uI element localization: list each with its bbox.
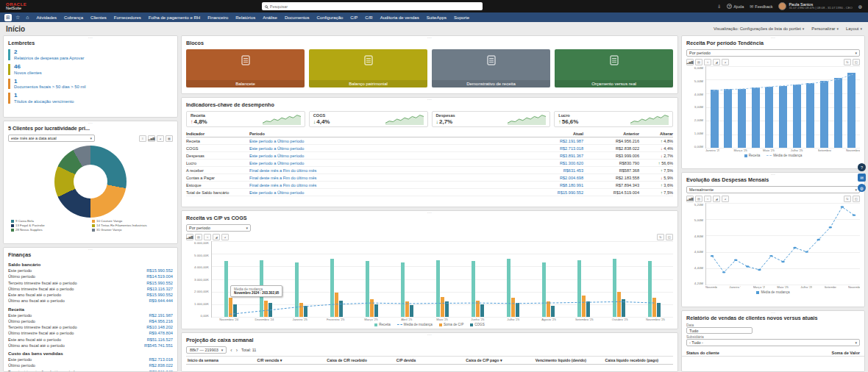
financas-row-value[interactable]: R$10.148.202 [146, 324, 173, 330]
legend-10-couture-vango[interactable]: 10 Couture Vango [92, 219, 170, 223]
kpi-tile-lucro[interactable]: Lucro↑56,6% [554, 111, 673, 127]
refresh-icon[interactable]: ↻ [657, 234, 664, 240]
favorites-star-icon[interactable]: ☆ [13, 15, 22, 21]
financas-row-value[interactable]: R$2.713.018 [149, 357, 173, 362]
legend-soma-de-c-p[interactable]: Soma de C/P [439, 323, 463, 326]
reminder-label[interactable]: Relatórios de despesas para Aprovar [14, 56, 169, 60]
shortcut-tile-or-amento-versus-real[interactable]: Orçamento versus real [555, 49, 673, 87]
nav-item-configura-o[interactable]: Configuração [313, 15, 347, 20]
subsidiaria-select[interactable]: - Tudo - ▾ [686, 339, 860, 346]
next-page-icon[interactable]: › [236, 348, 238, 353]
kpi-period-link[interactable]: Final deste mês a Fim do último mês [249, 168, 527, 173]
bar-chart-icon[interactable]: ▂▅▇ [686, 59, 694, 65]
kpi-atual-value[interactable]: R$1.300.620 [527, 161, 583, 165]
expand-icon[interactable]: ◱ [853, 196, 860, 202]
kpi-col-alterar[interactable]: Alterar [639, 132, 673, 136]
nav-item-cobran-a[interactable]: Cobrança [60, 15, 87, 20]
assistant-float-button[interactable]: ◍ [858, 184, 866, 192]
user-menu[interactable]: Paula Santos 31.07.1990 08:47h | 08:08 -… [778, 2, 852, 10]
saved-search-select[interactable]: 88k7 — 219903 ▾ [186, 346, 227, 354]
kpi-tile-cogs[interactable]: COGS↓4,4% [309, 111, 428, 127]
financas-row-value[interactable]: R$4.956.216 [149, 318, 173, 324]
col-soma-valor[interactable]: Soma de Valor [831, 351, 860, 355]
reminder-count[interactable]: 1 [14, 79, 169, 85]
nav-item-suiteapps[interactable]: SuiteApps [423, 15, 450, 20]
kpi-period-link[interactable]: Final deste mês a Fim do último mês [249, 183, 527, 187]
shortcut-tile-balancete[interactable]: Balancete [186, 49, 305, 87]
proj-col-in-cio-da-semana[interactable]: Início da semana [186, 358, 256, 362]
reminder-label[interactable]: Novos clientes [14, 71, 169, 75]
nav-item-clientes[interactable]: Clientes [87, 15, 110, 20]
list-view-icon[interactable]: ≡ [139, 135, 146, 142]
kpi-col-per-odo[interactable]: Período [249, 132, 527, 136]
prev-page-icon[interactable]: ‹ [230, 348, 232, 353]
global-search[interactable] [262, 2, 483, 10]
reminder-count[interactable]: 2 [14, 49, 169, 56]
legend-13-fogal-pastroke[interactable]: 13 Fogal & Pastroke [11, 223, 89, 227]
shortcut-tile-balan-o-patrimonial[interactable]: Balanço patrimonial [309, 49, 427, 87]
period-select[interactable]: Por período ▾ [186, 224, 251, 232]
kpi-atual-value[interactable]: R$2.713.018 [527, 146, 583, 151]
proj-col-caixa-de-c-p-pago[interactable]: Caixa de C/P pago ▾ [464, 358, 534, 362]
bar-chart-icon[interactable]: ▂▅▇ [148, 135, 155, 142]
area-chart-icon[interactable]: ◢ [713, 196, 720, 202]
financas-row-value[interactable]: R$9.478.804 [149, 330, 173, 336]
legend-cogs[interactable]: COGS [470, 323, 485, 326]
kpi-atual-value[interactable]: R$2.004.698 [527, 176, 583, 180]
reminder-label[interactable]: Documentos fiscais > 50 dias > 50 mil [14, 85, 169, 89]
financas-row-value[interactable]: R$13.116.327 [147, 286, 173, 292]
nav-item-atividades[interactable]: Atividades [32, 15, 60, 20]
pie-chart-icon[interactable]: ◕ [722, 59, 729, 65]
chat-float-button[interactable]: ✉ [858, 174, 866, 182]
nav-item-c-r[interactable]: C/R [361, 15, 376, 20]
column-chart-icon[interactable]: ▤ [695, 59, 702, 65]
legend-28-nexus-supplies[interactable]: 28 Nexus Supplies [11, 228, 89, 232]
data-filter-input[interactable] [686, 327, 753, 334]
calendar-icon[interactable]: ▦ [166, 135, 173, 142]
kpi-atual-value[interactable]: R$631.453 [527, 168, 583, 173]
nav-item-fornecedores[interactable]: Fornecedores [110, 15, 145, 20]
financas-row-value[interactable]: R$14.519.004 [146, 273, 173, 279]
financas-row-value[interactable]: R$51.116.527 [147, 337, 173, 343]
financas-row-value[interactable]: R$15.990.552 [146, 268, 173, 273]
netsuite-logo[interactable]: ORACLE NetSuite [6, 2, 26, 11]
pie-chart-icon[interactable]: ◕ [157, 135, 164, 142]
kpi-atual-value[interactable]: R$3.891.367 [527, 154, 583, 158]
reminder-count[interactable]: 46 [14, 64, 169, 71]
kpi-atual-value[interactable]: R$15.990.552 [527, 190, 583, 195]
line-chart-icon[interactable]: ≈ [204, 234, 211, 240]
shortcut-tile-demonstrativo-de-receita[interactable]: Demonstrativo de receita [432, 49, 550, 87]
refresh-icon[interactable]: ↻ [844, 59, 851, 65]
legend-receita[interactable]: Receita [744, 154, 761, 157]
bar-chart-icon[interactable]: ▂▅▇ [686, 196, 694, 202]
pie-chart-icon[interactable]: ◕ [221, 234, 229, 240]
financas-row-value[interactable]: R$2.838.022 [149, 362, 173, 368]
nav-item-suporte[interactable]: Suporte [450, 15, 473, 20]
expand-icon[interactable]: ◱ [853, 59, 860, 65]
period-select[interactable]: este mês até a data atual ▾ [8, 135, 95, 142]
kpi-period-link[interactable]: Este período a Último período [249, 190, 527, 195]
nav-item-c-p[interactable]: C/P [346, 15, 361, 20]
legend-m-dia-de-mudan-a[interactable]: Média de mudança [766, 154, 802, 157]
financas-row-value[interactable]: R$15.990.552 [146, 292, 173, 298]
financas-row-value[interactable]: R$2.191.987 [149, 312, 173, 318]
bar-chart-icon[interactable]: ▂▅▇ [186, 234, 193, 240]
expand-icon[interactable]: ◱ [666, 234, 673, 240]
legend-m-dia-de-mudan-a[interactable]: Média de mudança [397, 323, 433, 326]
area-chart-icon[interactable]: ◢ [213, 234, 220, 240]
view-settings-control[interactable]: Visualização: Configurações de lista do … [714, 26, 804, 31]
line-chart-icon[interactable]: ≈ [704, 196, 711, 202]
nav-item-relat-rios[interactable]: Relatórios [232, 15, 259, 20]
refresh-icon[interactable]: ↻ [844, 196, 851, 202]
legend-9-caixa-bela[interactable]: 9 Caixa Bela [11, 219, 89, 223]
legend-14-tintas-re-filamentos-industriais[interactable]: 14 Tintas Re Filamentos Industriais [92, 223, 170, 227]
column-chart-icon[interactable]: ▤ [695, 196, 702, 202]
col-status-cliente[interactable]: Status do cliente [686, 351, 719, 355]
nav-item-financeiro[interactable]: Financeiro [204, 15, 232, 20]
global-search-input[interactable] [270, 4, 480, 9]
area-chart-icon[interactable]: ◢ [713, 59, 720, 65]
home-icon[interactable]: ⌂ [24, 15, 31, 20]
legend-m-dia-de-mudan-a[interactable]: Média de mudança [756, 290, 789, 294]
clientes-donut-chart[interactable] [54, 146, 127, 218]
kpi-tile-receita[interactable]: Receita↑4,8% [186, 111, 305, 127]
